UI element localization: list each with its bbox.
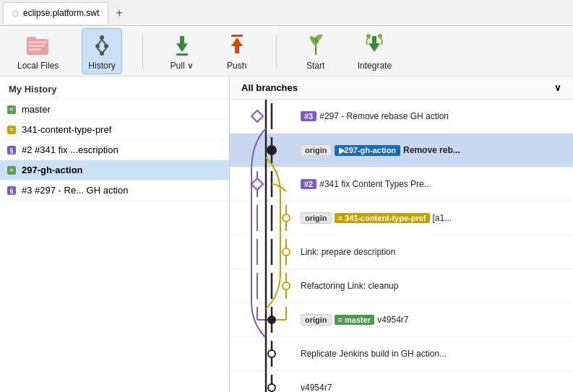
commit-info-c6: Refactoring Link: cleanup (301, 281, 567, 291)
commit-row-c9[interactable]: v4954r7 (230, 371, 573, 392)
commit-msg-c1: #297 - Remove rebase GH action (319, 111, 449, 121)
graph-area-c7 (236, 307, 301, 333)
branch-selector-label: All branches (241, 82, 298, 93)
start-icon (303, 32, 329, 58)
tab-title: eclipse.platform.swt (23, 8, 99, 18)
svg-point-5 (100, 35, 104, 40)
graph-area-c3 (236, 171, 301, 197)
sidebar-label-297: 297-gh-action (22, 165, 83, 175)
graph-node-c6 (236, 273, 301, 299)
commit-msg-c8: Replicate Jenkins build in GH action... (301, 349, 447, 359)
sidebar-item-341-fix[interactable]: § #2 #341 fix ...escription (0, 140, 229, 160)
svg-rect-15 (176, 53, 188, 56)
commit-info-c1: #3 #297 - Remove rebase GH action (301, 111, 567, 121)
commit-msg-c4: [a1... (433, 213, 452, 223)
tab-icon: ⬡ (12, 9, 19, 17)
branch-dot-341: = (7, 126, 16, 134)
commit-info-c2: origin ▶297-gh-action Remove reb... (301, 144, 567, 156)
tag-number-c3: #2 (301, 179, 316, 189)
graph-area-c4 (236, 205, 301, 231)
tab-bar: ⬡ eclipse.platform.swt + (0, 0, 573, 26)
pull-button[interactable]: Pull ∨ (163, 29, 201, 74)
graph-node-c7 (236, 307, 301, 333)
commit-msg-c6: Refactoring Link: cleanup (301, 281, 398, 291)
branch-dot-341-fix: § (7, 146, 16, 154)
sidebar-item-341[interactable]: = 341-content-type-pref (0, 120, 229, 140)
graph-area-c8 (236, 341, 301, 367)
branch-selector[interactable]: All branches ∨ (230, 77, 573, 100)
graph-node-c1 (236, 103, 301, 129)
active-tab[interactable]: ⬡ eclipse.platform.swt (3, 2, 108, 24)
local-files-label: Local Files (17, 61, 59, 71)
sidebar-item-297[interactable]: = 297-gh-action (0, 160, 229, 180)
graph-area-c2 (236, 137, 301, 163)
pull-label: Pull ∨ (171, 61, 194, 71)
commit-msg-c5: Link: prepare description (301, 247, 395, 257)
commit-row-c1[interactable]: #3 #297 - Remove rebase GH action (230, 100, 573, 134)
push-icon (224, 32, 250, 58)
toolbar: Local Files History (0, 26, 573, 77)
commit-row-c5[interactable]: Link: prepare description (230, 235, 573, 269)
svg-point-51 (268, 384, 275, 391)
svg-line-6 (98, 40, 102, 45)
pull-icon (169, 32, 195, 58)
svg-point-9 (104, 44, 108, 48)
svg-line-7 (102, 40, 106, 45)
svg-point-47 (268, 316, 275, 323)
graph-node-c5 (236, 239, 301, 265)
graph-node-c3 (236, 171, 301, 197)
graph-node-c9 (236, 375, 301, 392)
commit-info-c7: origin = master v4954r7 (301, 314, 567, 326)
sidebar-label-297-re: #3 #297 - Re... GH action (22, 185, 128, 196)
history-button[interactable]: History (82, 28, 121, 74)
commit-msg-c9: v4954r7 (301, 383, 332, 392)
sidebar-title: My History (0, 77, 229, 100)
add-tab-button[interactable]: + (108, 4, 129, 22)
graph-node-c2 (236, 137, 301, 163)
svg-point-39 (283, 248, 290, 256)
main-layout: My History = master = 341-content-type-p… (0, 77, 573, 392)
commit-row-c3[interactable]: #2 #341 fix Content Types Pre... (230, 167, 573, 201)
sidebar-item-297-re[interactable]: § #3 #297 - Re... GH action (0, 180, 229, 201)
push-button[interactable]: Push (218, 29, 256, 74)
svg-rect-18 (231, 35, 243, 37)
svg-point-12 (100, 51, 104, 56)
svg-marker-25 (251, 110, 263, 122)
tag-origin-c7: origin (301, 314, 332, 326)
history-label: History (88, 61, 115, 71)
tag-341: = 341-content-type-pref (335, 213, 430, 223)
commit-info-c8: Replicate Jenkins build in GH action... (301, 349, 567, 359)
svg-marker-31 (251, 178, 263, 190)
commit-info-c3: #2 #341 fix Content Types Pre... (301, 179, 567, 189)
svg-rect-21 (372, 36, 376, 45)
commit-msg-c7: v4954r7 (377, 315, 408, 325)
tag-branch-297: ▶297-gh-action (335, 145, 401, 156)
sidebar-item-master[interactable]: = master (0, 100, 229, 120)
commit-row-c8[interactable]: Replicate Jenkins build in GH action... (230, 337, 573, 371)
svg-rect-1 (27, 37, 36, 41)
sidebar-label-341-fix: #2 #341 fix ...escription (22, 144, 119, 155)
commit-row-c6[interactable]: Refactoring Link: cleanup (230, 269, 573, 303)
svg-rect-4 (28, 48, 41, 51)
svg-rect-17 (235, 45, 239, 53)
svg-rect-14 (180, 36, 184, 45)
commit-info-c9: v4954r7 (301, 383, 567, 392)
commit-list: #3 #297 - Remove rebase GH action origin… (230, 100, 573, 392)
commit-info-c5: Link: prepare description (301, 247, 567, 257)
svg-point-28 (267, 146, 276, 154)
commit-row-c2[interactable]: origin ▶297-gh-action Remove reb... (230, 134, 573, 167)
svg-point-43 (283, 282, 290, 289)
integrate-button[interactable]: Integrate (352, 29, 397, 74)
local-files-button[interactable]: Local Files (12, 29, 64, 74)
content-area: All branches ∨ (230, 77, 573, 392)
commit-row-c7[interactable]: origin = master v4954r7 (230, 303, 573, 337)
graph-node-c8 (236, 341, 301, 367)
history-icon (89, 32, 115, 58)
graph-area-c9 (236, 375, 301, 392)
toolbar-divider-1 (142, 33, 143, 69)
commit-row-c4[interactable]: origin = 341-content-type-pref [a1... (230, 201, 573, 235)
integrate-label: Integrate (358, 61, 392, 71)
svg-point-35 (283, 214, 290, 222)
svg-point-8 (95, 44, 100, 48)
start-button[interactable]: Start (297, 29, 335, 74)
